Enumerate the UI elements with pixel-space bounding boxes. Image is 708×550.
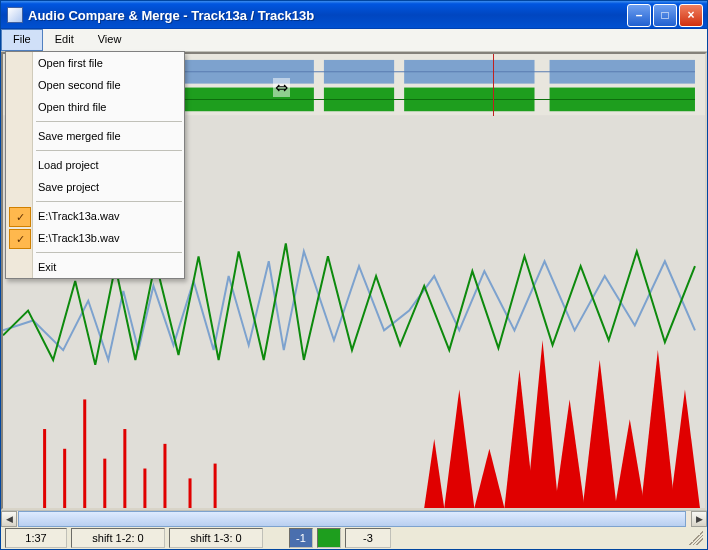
svg-marker-25 (555, 399, 585, 508)
svg-rect-11 (43, 429, 46, 508)
maximize-button[interactable]: □ (653, 4, 677, 27)
statusbar: 1:37 shift 1-2: 0 shift 1-3: 0 -1 -3 (1, 527, 707, 549)
svg-rect-16 (143, 469, 146, 508)
svg-rect-18 (189, 478, 192, 508)
svg-marker-20 (424, 439, 444, 508)
window-title: Audio Compare & Merge - Track13a / Track… (28, 8, 627, 23)
scroll-right-button[interactable]: ▶ (691, 511, 707, 527)
svg-marker-24 (526, 340, 558, 508)
minimize-button[interactable]: – (627, 4, 651, 27)
svg-rect-17 (163, 444, 166, 508)
menu-recent-1[interactable]: ✓ E:\Track13a.wav (6, 205, 184, 227)
track2-swatch[interactable] (317, 528, 341, 548)
resize-grip-icon[interactable] (689, 531, 703, 545)
scroll-left-button[interactable]: ◀ (1, 511, 17, 527)
svg-rect-13 (83, 399, 86, 508)
menu-recent-2[interactable]: ✓ E:\Track13b.wav (6, 227, 184, 249)
menu-save-project[interactable]: Save project (6, 176, 184, 198)
check-icon: ✓ (9, 229, 31, 249)
status-shift-1-3: shift 1-3: 0 (169, 528, 263, 548)
menu-save-merged[interactable]: Save merged file (6, 125, 184, 147)
svg-marker-22 (474, 449, 504, 508)
menu-edit[interactable]: Edit (43, 29, 86, 51)
playhead-marker[interactable] (493, 54, 494, 116)
svg-rect-14 (103, 459, 106, 508)
status-neg3: -3 (345, 528, 391, 548)
track1-swatch[interactable]: -1 (289, 528, 313, 548)
menu-load-project[interactable]: Load project (6, 154, 184, 176)
status-time: 1:37 (5, 528, 67, 548)
app-icon (7, 7, 23, 23)
menu-open-third[interactable]: Open third file (6, 96, 184, 118)
svg-rect-19 (214, 464, 217, 508)
svg-marker-21 (444, 390, 474, 508)
close-button[interactable]: × (679, 4, 703, 27)
menu-file[interactable]: File (1, 29, 43, 51)
svg-marker-27 (615, 419, 645, 508)
titlebar: Audio Compare & Merge - Track13a / Track… (1, 1, 707, 29)
svg-rect-12 (63, 449, 66, 508)
menu-view[interactable]: View (86, 29, 134, 51)
check-icon: ✓ (9, 207, 31, 227)
status-shift-1-2: shift 1-2: 0 (71, 528, 165, 548)
svg-marker-28 (641, 350, 675, 508)
svg-marker-26 (583, 360, 617, 508)
scrollbar-thumb[interactable] (18, 511, 686, 527)
svg-marker-29 (670, 390, 700, 508)
menubar: File Edit View (1, 29, 707, 52)
menu-open-first[interactable]: Open first file (6, 52, 184, 74)
menu-open-second[interactable]: Open second file (6, 74, 184, 96)
shift-handle-icon[interactable]: ⇔ (273, 78, 290, 97)
svg-rect-15 (123, 429, 126, 508)
file-menu-dropdown: Open first file Open second file Open th… (5, 51, 185, 279)
horizontal-scrollbar[interactable]: ◀ ▶ (1, 510, 707, 527)
menu-exit[interactable]: Exit (6, 256, 184, 278)
